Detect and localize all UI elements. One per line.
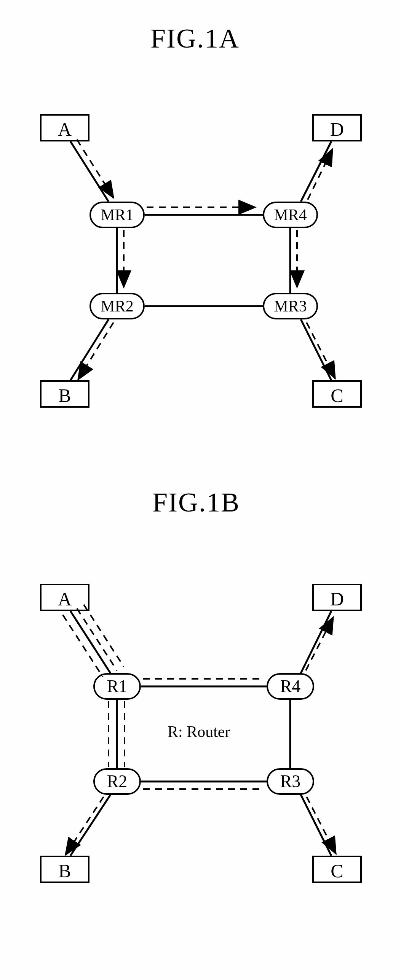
router-r2: R2: [93, 768, 141, 795]
router-mr3: MR3: [263, 293, 318, 320]
svg-line-22: [301, 795, 331, 856]
svg-line-15: [70, 611, 110, 673]
svg-line-14: [307, 323, 335, 379]
host-c: C: [312, 380, 362, 408]
host-a-2: A: [40, 584, 89, 611]
svg-line-25: [84, 605, 124, 667]
host-d-2: D: [312, 584, 362, 611]
router-legend: R: Router: [168, 722, 230, 741]
host-b-2: B: [40, 856, 89, 883]
figure-title-1b: FIG.1B: [152, 487, 240, 518]
svg-line-13: [78, 323, 113, 380]
figure-title-1a: FIG.1A: [150, 23, 240, 54]
router-r1: R1: [93, 673, 141, 700]
host-a: A: [40, 114, 89, 142]
svg-line-2: [301, 142, 331, 202]
svg-line-23: [63, 615, 103, 677]
svg-line-21: [70, 795, 110, 856]
router-mr2: MR2: [89, 293, 145, 320]
svg-line-30: [66, 797, 104, 855]
svg-line-17: [301, 611, 331, 673]
host-b: B: [40, 380, 89, 408]
host-c-2: C: [312, 856, 362, 883]
router-r4: R4: [267, 673, 314, 700]
svg-line-11: [308, 149, 332, 200]
svg-line-32: [307, 797, 336, 854]
svg-line-7: [301, 320, 331, 380]
host-d: D: [312, 114, 362, 142]
router-mr4: MR4: [263, 202, 318, 228]
svg-line-24: [77, 608, 117, 670]
svg-line-27: [306, 617, 333, 670]
router-r3: R3: [267, 768, 314, 795]
svg-line-0: [70, 142, 109, 202]
router-mr1: MR1: [89, 202, 145, 228]
svg-line-8: [77, 140, 113, 198]
svg-line-6: [70, 320, 109, 380]
